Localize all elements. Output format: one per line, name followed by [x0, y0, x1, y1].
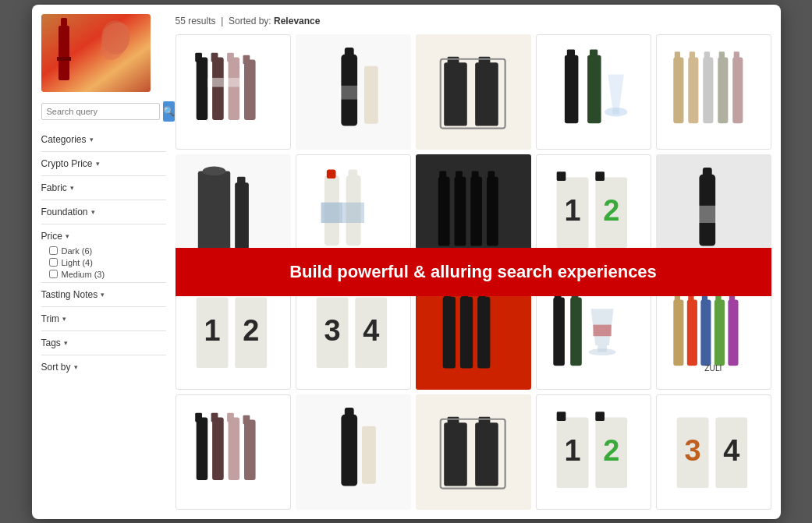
svg-rect-53 — [456, 171, 463, 181]
price-medium-checkbox[interactable] — [49, 270, 58, 278]
svg-rect-79 — [477, 297, 490, 369]
chevron-down-icon: ▾ — [96, 160, 100, 168]
filter-section-top: Categories ▾ Crypto Price ▾ Fabric ▾ Fou… — [41, 131, 166, 376]
svg-rect-10 — [227, 53, 234, 62]
svg-rect-92 — [700, 300, 711, 366]
svg-rect-13 — [207, 78, 223, 87]
grid-item[interactable]: ZULI — [656, 274, 771, 390]
svg-rect-88 — [673, 300, 683, 366]
svg-text:2: 2 — [603, 194, 619, 227]
chevron-down-icon: ▾ — [70, 184, 74, 192]
svg-rect-95 — [715, 294, 721, 302]
search-input[interactable] — [41, 103, 160, 120]
chevron-down-icon: ▾ — [74, 363, 78, 371]
svg-rect-80 — [479, 292, 486, 301]
grid-item[interactable] — [176, 394, 291, 510]
price-light-checkbox[interactable] — [49, 258, 58, 267]
svg-rect-104 — [227, 413, 234, 422]
svg-rect-54 — [471, 177, 483, 246]
filter-fabric[interactable]: Fabric ▾ — [41, 179, 166, 196]
grid-item[interactable] — [536, 274, 651, 390]
divider — [41, 330, 166, 331]
svg-rect-63 — [595, 171, 605, 181]
svg-rect-48 — [321, 203, 343, 223]
grid-item[interactable] — [656, 34, 771, 150]
svg-point-86 — [589, 348, 616, 355]
svg-text:2: 2 — [603, 434, 619, 467]
svg-rect-25 — [567, 49, 575, 58]
svg-rect-107 — [342, 415, 358, 486]
svg-rect-66 — [698, 206, 717, 223]
divider — [41, 151, 166, 152]
svg-rect-49 — [342, 203, 364, 223]
filter-tags[interactable]: Tags ▾ — [41, 334, 166, 352]
svg-rect-27 — [590, 49, 597, 58]
search-button[interactable]: 🔍 — [163, 101, 175, 122]
filter-categories[interactable]: Categories ▾ — [41, 131, 166, 148]
svg-rect-45 — [327, 169, 336, 178]
svg-rect-96 — [728, 300, 738, 366]
filter-sort-by[interactable]: Sort by ▾ — [41, 359, 166, 376]
main-content: 55 results | Sorted by: Relevance — [176, 14, 771, 510]
svg-rect-62 — [557, 171, 566, 181]
grid-item[interactable] — [416, 34, 531, 150]
svg-rect-109 — [362, 426, 376, 484]
svg-rect-26 — [587, 55, 601, 124]
grid-item[interactable]: 1 2 — [536, 154, 651, 270]
grid-item[interactable] — [656, 154, 771, 270]
grid-item[interactable] — [296, 34, 411, 150]
svg-rect-89 — [675, 294, 680, 302]
grid-item[interactable] — [176, 34, 291, 150]
svg-rect-38 — [732, 58, 743, 124]
sorted-by-label: Sorted by: — [229, 16, 271, 27]
grid-item[interactable]: 3 4 — [656, 394, 771, 510]
svg-rect-119 — [557, 412, 566, 421]
filter-trim[interactable]: Trim ▾ — [41, 310, 166, 327]
svg-rect-99 — [197, 418, 208, 480]
results-count: 55 results — [176, 16, 216, 27]
grid-item[interactable] — [536, 34, 651, 150]
svg-rect-39 — [734, 51, 739, 61]
svg-rect-55 — [472, 171, 479, 181]
svg-rect-113 — [479, 417, 491, 426]
price-dark-checkbox[interactable] — [49, 246, 58, 255]
grid-item[interactable]: 3 4 — [296, 274, 411, 390]
grid-item[interactable] — [416, 274, 531, 390]
svg-rect-103 — [229, 418, 240, 480]
svg-rect-2 — [59, 26, 69, 80]
svg-rect-35 — [704, 51, 710, 61]
svg-rect-19 — [444, 62, 467, 125]
svg-rect-17 — [339, 86, 360, 100]
grid-item[interactable] — [176, 154, 291, 270]
filter-price[interactable]: Price ▾ — [41, 228, 166, 245]
svg-rect-106 — [243, 415, 250, 425]
svg-rect-57 — [488, 171, 495, 181]
svg-text:3: 3 — [685, 434, 701, 467]
svg-rect-52 — [455, 177, 466, 246]
svg-rect-36 — [718, 58, 728, 124]
grid-item[interactable]: 1 2 — [536, 394, 651, 510]
filter-foundation[interactable]: Foundation ▾ — [41, 203, 166, 221]
svg-rect-21 — [475, 62, 498, 125]
svg-text:3: 3 — [324, 314, 341, 347]
svg-rect-11 — [244, 60, 256, 120]
svg-rect-12 — [243, 55, 250, 65]
grid-item[interactable]: 1 2 — [176, 274, 291, 390]
svg-text:1: 1 — [565, 194, 581, 227]
svg-rect-78 — [462, 292, 469, 301]
svg-text:1: 1 — [204, 314, 221, 347]
chevron-down-icon: ▾ — [66, 232, 69, 240]
grid-item[interactable] — [416, 154, 531, 270]
svg-rect-30 — [673, 58, 683, 124]
grid-item[interactable] — [296, 154, 411, 270]
svg-rect-105 — [244, 420, 256, 480]
svg-rect-65 — [703, 168, 712, 178]
svg-rect-14 — [224, 78, 239, 87]
filter-tasting-notes[interactable]: Tasting Notes ▾ — [41, 286, 166, 303]
grid-item[interactable] — [416, 394, 531, 510]
svg-rect-3 — [61, 18, 67, 29]
grid-item[interactable] — [296, 394, 411, 510]
filter-crypto-price[interactable]: Crypto Price ▾ — [41, 155, 166, 172]
svg-rect-110 — [444, 422, 467, 486]
chevron-down-icon: ▾ — [91, 208, 95, 216]
